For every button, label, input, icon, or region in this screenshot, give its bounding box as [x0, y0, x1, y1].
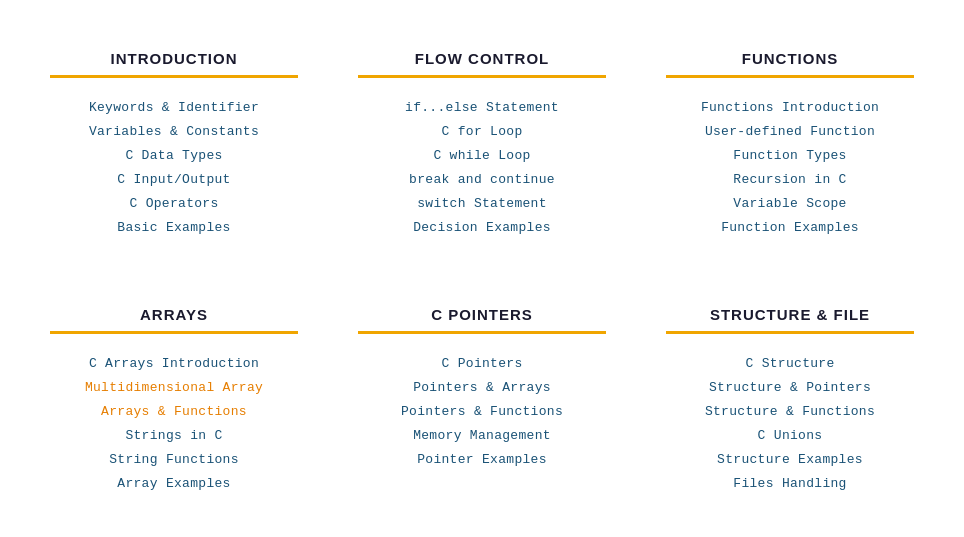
section-functions: FUNCTIONS Functions Introduction User-de…	[636, 30, 944, 266]
link-user-defined-function[interactable]: User-defined Function	[705, 124, 875, 139]
list-item: C Structure	[666, 354, 914, 372]
section-introduction: INTRODUCTION Keywords & Identifier Varia…	[20, 30, 328, 266]
section-title-c-pointers: C POINTERS	[358, 306, 606, 323]
link-keywords-identifier[interactable]: Keywords & Identifier	[89, 100, 259, 115]
section-flow-control: FLOW CONTROL if...else Statement C for L…	[328, 30, 636, 266]
section-structure-file: STRUCTURE & FILE C Structure Structure &…	[636, 286, 944, 522]
link-structure-pointers[interactable]: Structure & Pointers	[709, 380, 871, 395]
link-if-else[interactable]: if...else Statement	[405, 100, 559, 115]
link-while-loop[interactable]: C while Loop	[433, 148, 530, 163]
section-divider-arrays	[50, 331, 298, 334]
section-title-flow-control: FLOW CONTROL	[358, 50, 606, 67]
list-item: Structure Examples	[666, 450, 914, 468]
link-pointers-arrays[interactable]: Pointers & Arrays	[413, 380, 551, 395]
link-decision-examples[interactable]: Decision Examples	[413, 220, 551, 235]
links-structure-file: C Structure Structure & Pointers Structu…	[666, 354, 914, 492]
link-structure-examples[interactable]: Structure Examples	[717, 452, 863, 467]
link-files-handling[interactable]: Files Handling	[733, 476, 846, 491]
row-spacer	[20, 266, 944, 286]
list-item: if...else Statement	[358, 98, 606, 116]
section-title-structure-file: STRUCTURE & FILE	[666, 306, 914, 323]
link-function-types[interactable]: Function Types	[733, 148, 846, 163]
list-item: C for Loop	[358, 122, 606, 140]
section-divider-introduction	[50, 75, 298, 78]
link-multidimensional-array[interactable]: Multidimensional Array	[85, 380, 263, 395]
list-item: User-defined Function	[666, 122, 914, 140]
link-string-functions[interactable]: String Functions	[109, 452, 239, 467]
section-divider-functions	[666, 75, 914, 78]
link-strings-c[interactable]: Strings in C	[125, 428, 222, 443]
link-memory-management[interactable]: Memory Management	[413, 428, 551, 443]
section-title-functions: FUNCTIONS	[666, 50, 914, 67]
main-grid: INTRODUCTION Keywords & Identifier Varia…	[0, 0, 964, 537]
link-c-pointers-intro[interactable]: C Pointers	[441, 356, 522, 371]
list-item: Structure & Pointers	[666, 378, 914, 396]
link-c-operators[interactable]: C Operators	[129, 196, 218, 211]
list-item: Function Examples	[666, 218, 914, 236]
list-item: Pointer Examples	[358, 450, 606, 468]
section-title-arrays: ARRAYS	[50, 306, 298, 323]
link-structure-functions[interactable]: Structure & Functions	[705, 404, 875, 419]
link-for-loop[interactable]: C for Loop	[441, 124, 522, 139]
list-item: Multidimensional Array	[50, 378, 298, 396]
list-item: C Input/Output	[50, 170, 298, 188]
list-item: Function Types	[666, 146, 914, 164]
link-variables-constants[interactable]: Variables & Constants	[89, 124, 259, 139]
list-item: C Arrays Introduction	[50, 354, 298, 372]
list-item: Array Examples	[50, 474, 298, 492]
link-functions-intro[interactable]: Functions Introduction	[701, 100, 879, 115]
list-item: Files Handling	[666, 474, 914, 492]
links-introduction: Keywords & Identifier Variables & Consta…	[50, 98, 298, 236]
list-item: Functions Introduction	[666, 98, 914, 116]
section-c-pointers: C POINTERS C Pointers Pointers & Arrays …	[328, 286, 636, 522]
link-break-continue[interactable]: break and continue	[409, 172, 555, 187]
list-item: Structure & Functions	[666, 402, 914, 420]
link-variable-scope[interactable]: Variable Scope	[733, 196, 846, 211]
list-item: switch Statement	[358, 194, 606, 212]
link-c-input-output[interactable]: C Input/Output	[117, 172, 230, 187]
section-divider-c-pointers	[358, 331, 606, 334]
link-basic-examples[interactable]: Basic Examples	[117, 220, 230, 235]
list-item: Strings in C	[50, 426, 298, 444]
list-item: Keywords & Identifier	[50, 98, 298, 116]
list-item: Decision Examples	[358, 218, 606, 236]
link-pointer-examples[interactable]: Pointer Examples	[417, 452, 547, 467]
list-item: C while Loop	[358, 146, 606, 164]
links-functions: Functions Introduction User-defined Func…	[666, 98, 914, 236]
list-item: break and continue	[358, 170, 606, 188]
links-flow-control: if...else Statement C for Loop C while L…	[358, 98, 606, 236]
link-function-examples[interactable]: Function Examples	[721, 220, 859, 235]
section-divider-structure-file	[666, 331, 914, 334]
list-item: C Unions	[666, 426, 914, 444]
list-item: C Pointers	[358, 354, 606, 372]
list-item: Recursion in C	[666, 170, 914, 188]
links-c-pointers: C Pointers Pointers & Arrays Pointers & …	[358, 354, 606, 468]
list-item: Memory Management	[358, 426, 606, 444]
list-item: Basic Examples	[50, 218, 298, 236]
section-title-introduction: INTRODUCTION	[50, 50, 298, 67]
links-arrays: C Arrays Introduction Multidimensional A…	[50, 354, 298, 492]
link-c-unions[interactable]: C Unions	[758, 428, 823, 443]
list-item: Pointers & Arrays	[358, 378, 606, 396]
list-item: Variable Scope	[666, 194, 914, 212]
list-item: Variables & Constants	[50, 122, 298, 140]
list-item: Arrays & Functions	[50, 402, 298, 420]
list-item: Pointers & Functions	[358, 402, 606, 420]
list-item: C Operators	[50, 194, 298, 212]
link-switch-statement[interactable]: switch Statement	[417, 196, 547, 211]
list-item: C Data Types	[50, 146, 298, 164]
link-c-data-types[interactable]: C Data Types	[125, 148, 222, 163]
section-divider-flow-control	[358, 75, 606, 78]
section-arrays: ARRAYS C Arrays Introduction Multidimens…	[20, 286, 328, 522]
link-recursion-c[interactable]: Recursion in C	[733, 172, 846, 187]
link-array-examples[interactable]: Array Examples	[117, 476, 230, 491]
link-arrays-functions[interactable]: Arrays & Functions	[101, 404, 247, 419]
link-c-arrays-intro[interactable]: C Arrays Introduction	[89, 356, 259, 371]
link-pointers-functions[interactable]: Pointers & Functions	[401, 404, 563, 419]
list-item: String Functions	[50, 450, 298, 468]
link-c-structure[interactable]: C Structure	[745, 356, 834, 371]
